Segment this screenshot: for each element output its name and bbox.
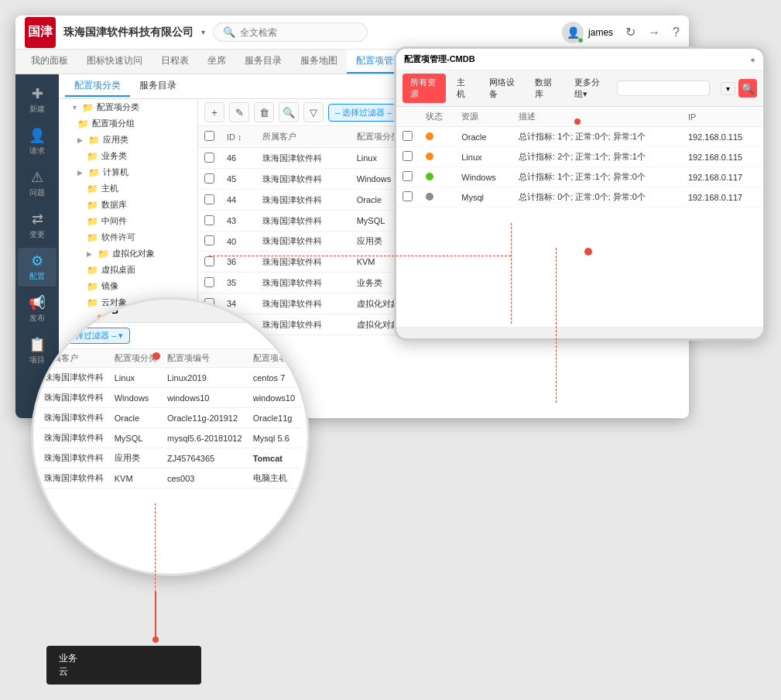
tablet-tab-host[interactable]: 主机 (449, 74, 478, 103)
magnify-header-row: 所属客户 配置项分类 配置项编号 配置项名称 (39, 349, 301, 368)
tablet-row-checkbox[interactable] (402, 151, 413, 161)
tablet-tab-db[interactable]: 数据库 (527, 74, 563, 103)
online-dot (577, 37, 584, 43)
bottom-line2: 云 (59, 665, 189, 678)
row-checkbox[interactable] (204, 256, 214, 266)
annotation-line-v1 (511, 223, 512, 324)
tablet-cell-resource: Mysql (455, 187, 512, 208)
tablet-cell-ip: 192.168.0.117 (682, 187, 763, 208)
sidebar-item-request[interactable]: 👤 请求 (18, 122, 57, 161)
logout-icon[interactable]: → (648, 26, 660, 39)
row-checkbox[interactable] (204, 215, 214, 225)
tablet-row: Windows 总计指标: 1个; 正常:1个; 异常:0个 192.168.0… (396, 167, 763, 187)
tablet-search-button[interactable]: 🔍 (738, 79, 757, 98)
tablet-row-checkbox[interactable] (402, 171, 413, 181)
tree-item-apptype[interactable]: ▶ 📁 应用类 (59, 132, 197, 148)
refresh-icon[interactable]: ↻ (625, 25, 635, 39)
red-dot-bottom (152, 637, 159, 643)
tablet-cell-status (420, 127, 455, 147)
sidebar-item-config[interactable]: ⚙ 配置 (18, 248, 57, 287)
sidebar-item-release[interactable]: 📢 发布 (18, 290, 57, 328)
avatar: 👤 (562, 22, 584, 43)
tablet-row-checkbox[interactable] (402, 191, 413, 201)
tablet-cell-status (420, 147, 455, 167)
tablet-cell-resource: Linux (455, 147, 512, 167)
tree-item-virt-obj[interactable]: ▶ 📁 虚拟化对象 (59, 245, 197, 262)
tree-item-biztype[interactable]: 📁 业务类 (59, 148, 197, 164)
mag-cell-name: Oracle11g (248, 408, 301, 428)
company-dropdown-icon[interactable]: ▾ (201, 28, 205, 36)
help-icon[interactable]: ? (673, 26, 680, 39)
filter-button[interactable]: ▽ (303, 102, 324, 122)
tablet-tab-more[interactable]: 更多分组▾ (567, 74, 614, 103)
tree-item-group[interactable]: 📁 配置项分组 (59, 115, 197, 132)
tree-item-virt-desktop[interactable]: 📁 虚拟桌面 (59, 262, 197, 278)
cell-id: 44 (221, 190, 256, 211)
folder-icon: 📁 (88, 135, 100, 146)
add-button[interactable]: + (204, 102, 224, 122)
tablet-header-status: 状态 (420, 107, 455, 127)
mag-cell-customer: 珠海国津软件科 (39, 388, 110, 408)
nav-tab-seat[interactable]: 坐席 (198, 50, 235, 74)
search-box[interactable]: 🔍 (213, 22, 368, 42)
magnify-row: 珠海国津软件科 MySQL mysql5.6-20181012 Mysql 5.… (39, 428, 301, 448)
cell-id: 35 (221, 273, 256, 293)
magnify-table: 所属客户 配置项分类 配置项编号 配置项名称 珠海国津软件科 Linux Lin… (39, 349, 301, 489)
nav-tab-schedule[interactable]: 日程表 (152, 50, 198, 74)
cell-id: 36 (221, 252, 256, 273)
tablet-cell-resource: Windows (455, 167, 512, 187)
sidebar-item-new[interactable]: ✚ 新建 (18, 81, 57, 119)
sidebar-item-problem[interactable]: ⚠ 问题 (18, 164, 57, 203)
mag-cell-customer: 珠海国津软件科 (39, 448, 110, 468)
tablet-connection-line (556, 248, 557, 403)
nav-tab-service-map[interactable]: 服务地图 (291, 50, 347, 74)
search-button[interactable]: 🔍 (279, 102, 299, 122)
tablet-dropdown-icon[interactable]: ▾ (721, 82, 735, 95)
sidebar-item-change[interactable]: ⇄ 变更 (18, 206, 57, 245)
tree-item-image[interactable]: 📁 镜像 (59, 278, 197, 294)
select-all-checkbox[interactable] (204, 131, 214, 141)
nav-tab-board[interactable]: 我的面板 (22, 50, 77, 74)
tablet-tab-bar: 所有资源 主机 网络设备 数据库 更多分组▾ ▾ 🔍 (396, 70, 763, 107)
nav-tab-service-catalog[interactable]: 服务目录 (235, 50, 291, 74)
search-input[interactable] (240, 27, 358, 38)
row-checkbox[interactable] (204, 277, 214, 287)
tablet-cell-desc: 总计指标: 1个; 正常:1个; 异常:0个 (512, 167, 682, 187)
edit-button[interactable]: ✎ (229, 102, 249, 122)
tablet-row-checkbox[interactable] (402, 131, 413, 141)
mag-cell-customer: 珠海国津软件科 (39, 408, 110, 428)
tablet-header-desc: 描述 (512, 107, 682, 127)
tree-item-softlicense[interactable]: 📁 软件许可 (59, 229, 197, 245)
row-checkbox[interactable] (204, 235, 214, 245)
annotation-line-v2 (155, 503, 156, 627)
mag-cell-name: windows10 (248, 388, 301, 408)
sub-tab-service-catalog[interactable]: 服务目录 (130, 76, 186, 97)
annotation-line-h1 (209, 256, 511, 256)
tree-item-host[interactable]: 📁 主机 (59, 180, 197, 197)
folder-icon: 📁 (87, 232, 98, 243)
row-checkbox[interactable] (204, 194, 214, 204)
tree-item-computer[interactable]: ▶ 📁 计算机 (59, 164, 197, 180)
tree-item-db[interactable]: 📁 数据库 (59, 197, 197, 213)
problem-icon: ⚠ (31, 169, 43, 186)
cell-customer: 珠海国津软件科 (256, 211, 350, 232)
tree-item-middleware[interactable]: 📁 中间件 (59, 213, 197, 229)
tablet-tab-network[interactable]: 网络设备 (481, 74, 525, 103)
mag-cell-customer: 珠海国津软件科 (39, 468, 110, 489)
cell-id: 46 (221, 148, 256, 169)
nav-tab-icons[interactable]: 图标快速访问 (77, 50, 152, 74)
tablet-close-icon[interactable]: ● (750, 55, 755, 64)
cell-customer: 珠海国津软件科 (256, 314, 350, 335)
row-checkbox[interactable] (204, 153, 214, 163)
config-icon: ⚙ (31, 252, 43, 269)
magnify-row: 珠海国津软件科 应用类 ZJ45764365 Tomcat (39, 448, 301, 468)
tablet-cell-desc: 总计指标: 2个; 正常:1个; 异常:1个 (512, 147, 682, 167)
delete-button[interactable]: 🗑 (254, 102, 274, 122)
tablet-header-resource: 资源 (455, 107, 512, 127)
tablet-tab-all[interactable]: 所有资源 (402, 74, 446, 103)
row-checkbox[interactable] (204, 173, 214, 184)
tablet-search-input[interactable] (617, 81, 710, 96)
tree-root[interactable]: ▼ 📁 配置项分类 (59, 99, 197, 115)
folder-icon: 📁 (77, 118, 89, 129)
sub-tab-config-category[interactable]: 配置项分类 (65, 76, 130, 97)
